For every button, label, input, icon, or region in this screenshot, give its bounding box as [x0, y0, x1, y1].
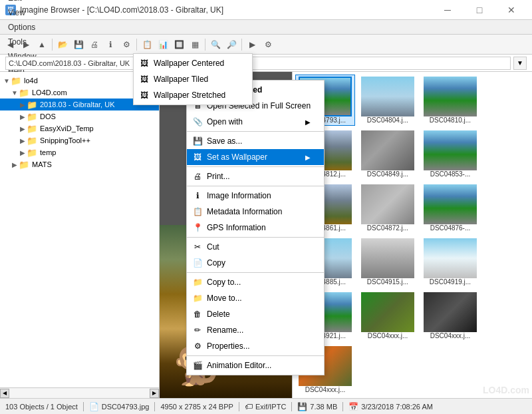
toolbar-view4[interactable]: ▦: [188, 37, 202, 52]
filesize-icon: 💾: [297, 402, 307, 411]
tree-arrow: ▼: [11, 89, 19, 97]
ctx-item-delete[interactable]: 🗑Delete: [187, 306, 324, 322]
status-objects: 103 Objects / 1 Object: [5, 403, 78, 411]
thumbnail-item-row2_1[interactable]: DSC04xxx.j...: [358, 290, 418, 341]
thumbnail-item-dsc04872[interactable]: DSC04872.j...: [358, 182, 418, 234]
toolbar-view2[interactable]: 📊: [156, 37, 170, 52]
thumbnail-panel[interactable]: DSC04793.j... DSC04804.j... DSC04810.j..…: [293, 72, 532, 398]
menu-bar: FileEditViewOptionsToolsWindowHelp: [0, 20, 532, 35]
thumb-label: DSC04919.j...: [430, 278, 471, 286]
menu-options[interactable]: Options: [3, 20, 42, 35]
tree-arrow: ▶: [11, 161, 19, 168]
toolbar-slideshow[interactable]: ▶: [245, 37, 259, 52]
ctx-item-copy[interactable]: 📄Copy: [187, 255, 324, 271]
window-title: Imagine Browser - [C:\LO4D.com\2018.03 -…: [20, 5, 223, 15]
thumb-label: DSC04xxx.j...: [368, 332, 408, 339]
hscroll-right[interactable]: ▶: [150, 389, 159, 398]
ctx-item-rename[interactable]: ✏Rename...: [187, 322, 324, 338]
ctx-item-set-as-wallpaper[interactable]: 🖼Set as Wallpaper▶: [187, 149, 324, 165]
ctx-icon-print: 🖨: [192, 171, 203, 182]
toolbar: ◀ ▶ ▲ 📂 💾 🖨 ℹ ⚙ 📋 📊 🔲 ▦ 🔍 🔎 ▶ ⚙: [0, 35, 532, 55]
menu-edit[interactable]: Edit: [3, 0, 42, 5]
toolbar-settings[interactable]: ⚙: [261, 37, 275, 52]
maximize-button[interactable]: □: [464, 0, 495, 20]
toolbar-info[interactable]: ℹ: [103, 37, 118, 52]
tree-item-temp[interactable]: ▶📁temp: [0, 146, 159, 158]
thumbnail-item-dsc04919[interactable]: DSC04919.j...: [420, 236, 480, 288]
status-metadata: Exif/IPTC: [255, 403, 286, 411]
ctx-item-cut[interactable]: ✂Cut: [187, 239, 324, 255]
tree-item-mats[interactable]: ▶📁MATS: [0, 158, 159, 170]
toolbar-zoom-out[interactable]: 🔎: [224, 37, 239, 52]
address-go[interactable]: ▼: [513, 57, 527, 70]
toolbar-zoom-in[interactable]: 🔍: [208, 37, 223, 52]
folder-icon: 📁: [11, 75, 21, 86]
tree-label: SnippingTool++: [40, 136, 90, 144]
ctx-item-image-info[interactable]: ℹImage Information: [187, 188, 324, 204]
tree-label: MATS: [32, 160, 52, 168]
ctx-separator: [187, 131, 324, 132]
status-date: 3/23/2018 7:08:26 AM: [361, 403, 433, 411]
thumbnail-grid: DSC04793.j... DSC04804.j... DSC04810.j..…: [295, 75, 529, 395]
address-input[interactable]: [5, 57, 511, 70]
ctx-item-print[interactable]: 🖨Print...: [187, 168, 324, 184]
submenu-label-wallpaper-centered: Wallpaper Centered: [154, 59, 224, 68]
toolbar-view3[interactable]: 🔲: [172, 37, 186, 52]
address-bar: ▼: [0, 55, 532, 72]
ctx-item-gps-info[interactable]: 📍GPS Information: [187, 220, 324, 236]
thumb-label: DSC04872.j...: [367, 224, 408, 232]
ctx-item-metadata-info[interactable]: 📋Metadata Information: [187, 204, 324, 220]
tree-item-easyxvid_temp[interactable]: ▶📁EasyXviD_Temp: [0, 122, 159, 134]
tree-item-dos[interactable]: ▶📁DOS: [0, 110, 159, 122]
hscroll-left[interactable]: ◀: [0, 389, 9, 398]
title-bar: 🖼 Imagine Browser - [C:\LO4D.com\2018.03…: [0, 0, 532, 20]
ctx-arrow-set-as-wallpaper: ▶: [305, 154, 311, 161]
status-filename: DSC04793.jpg: [102, 403, 150, 411]
ctx-item-open-with[interactable]: 📎Open with▶: [187, 114, 324, 130]
menu-view[interactable]: View: [3, 5, 42, 20]
submenu-item-wallpaper-stretched[interactable]: 🖼 Wallpaper Stretched: [134, 87, 252, 103]
thumbnail-item-row2_2[interactable]: DSC04xxx.j...: [420, 290, 480, 341]
toolbar-up[interactable]: ▲: [35, 37, 49, 52]
thumb-label: DSC04915.j...: [367, 278, 408, 286]
status-dimensions: 4950 x 2785 x 24 BPP: [160, 403, 233, 411]
toolbar-properties[interactable]: ⚙: [119, 37, 134, 52]
thumb-image: [361, 184, 414, 224]
submenu-item-wallpaper-tiled[interactable]: 🖼 Wallpaper Tiled: [134, 71, 252, 87]
minimize-button[interactable]: ─: [432, 0, 463, 20]
tree-item-snippingtool++[interactable]: ▶📁SnippingTool++: [0, 134, 159, 146]
thumb-image: [361, 292, 414, 332]
toolbar-sep-4: [241, 39, 242, 51]
thumbnail-item-dsc04915[interactable]: DSC04915.j...: [358, 236, 418, 288]
status-bar: 103 Objects / 1 Object 📄 DSC04793.jpg 49…: [0, 398, 532, 414]
toolbar-print[interactable]: 🖨: [87, 37, 102, 52]
ctx-icon-animation-editor: 🎬: [192, 360, 203, 371]
ctx-item-properties[interactable]: ⚙Properties...: [187, 338, 324, 354]
submenu-label-wallpaper-stretched: Wallpaper Stretched: [154, 91, 225, 100]
status-filesize: 7.38 MB: [310, 403, 337, 411]
thumbnail-item-dsc04853[interactable]: DSC04853-...: [420, 128, 480, 180]
submenu-item-wallpaper-centered[interactable]: 🖼 Wallpaper Centered: [134, 55, 252, 71]
toolbar-view1[interactable]: 📋: [140, 37, 154, 52]
ctx-item-move-to[interactable]: 📁Move to...: [187, 290, 324, 306]
folder-icon: 📁: [19, 87, 29, 98]
toolbar-open[interactable]: 📂: [55, 37, 70, 52]
close-button[interactable]: ✕: [496, 0, 527, 20]
thumbnail-item-dsc04876[interactable]: DSC04876-...: [420, 182, 480, 234]
ctx-item-animation-editor[interactable]: 🎬Animation Editor...: [187, 357, 324, 373]
ctx-item-save-as[interactable]: 💾Save as...: [187, 133, 324, 149]
thumbnail-item-dsc04804[interactable]: DSC04804.j...: [358, 75, 418, 126]
toolbar-save[interactable]: 💾: [71, 37, 86, 52]
ctx-label-copy: Copy: [207, 258, 225, 268]
thumb-label: DSC04xxx.j...: [305, 386, 346, 393]
thumbnail-item-dsc04810[interactable]: DSC04810.j...: [420, 75, 480, 126]
metadata-icon: 🏷: [245, 402, 253, 411]
thumbnail-item-dsc04849[interactable]: DSC04849.j...: [358, 128, 418, 180]
toolbar-back[interactable]: ◀: [3, 37, 17, 52]
status-sep-5: [342, 402, 343, 411]
ctx-item-copy-to[interactable]: 📁Copy to...: [187, 274, 324, 290]
ctx-label-copy-to: Copy to...: [207, 278, 241, 287]
ctx-icon-cut: ✂: [192, 242, 203, 252]
toolbar-forward[interactable]: ▶: [19, 37, 33, 52]
tree-label: DOS: [40, 112, 56, 120]
